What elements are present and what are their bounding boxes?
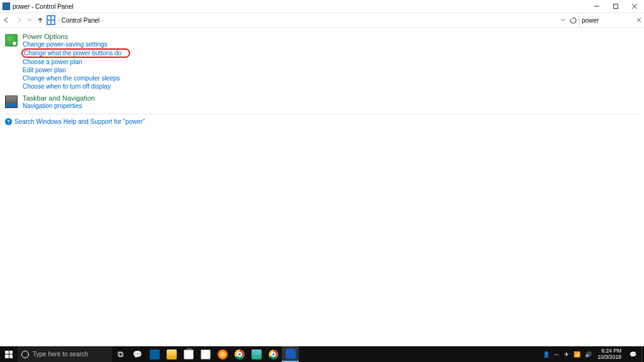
windows-logo-icon bbox=[5, 351, 13, 358]
history-dropdown[interactable] bbox=[25, 14, 34, 26]
taskbar-navigation-section: Taskbar and Navigation Navigation proper… bbox=[5, 94, 639, 110]
control-panel-path-icon bbox=[47, 16, 55, 25]
chrome-icon bbox=[235, 349, 245, 359]
taskbar-app-photos[interactable] bbox=[248, 346, 265, 362]
search-input[interactable] bbox=[579, 14, 634, 26]
photos-icon bbox=[252, 349, 262, 359]
start-button[interactable] bbox=[0, 346, 18, 362]
taskbar-search[interactable]: Type here to search bbox=[18, 346, 112, 362]
system-tray: 👤 ︿ ✈ 📶 🔊 bbox=[543, 346, 594, 362]
taskbar-spacer bbox=[299, 346, 543, 362]
address-dropdown[interactable] bbox=[558, 14, 567, 26]
up-arrow-icon bbox=[36, 16, 44, 24]
back-button[interactable] bbox=[0, 14, 13, 26]
clear-search-button[interactable] bbox=[634, 14, 644, 26]
taskbar-app-edge[interactable] bbox=[146, 346, 163, 362]
network-icon[interactable]: 📶 bbox=[574, 351, 580, 358]
minimize-button[interactable] bbox=[587, 0, 606, 13]
notification-icon: 💬 bbox=[630, 351, 636, 358]
chevron-down-icon bbox=[560, 18, 565, 23]
show-desktop-button[interactable] bbox=[641, 346, 644, 362]
people-icon[interactable]: 👤 bbox=[543, 351, 550, 358]
window-controls bbox=[587, 0, 644, 13]
breadcrumb-control-panel[interactable]: Control Panel bbox=[62, 17, 100, 24]
link-navigation-properties[interactable]: Navigation properties bbox=[23, 102, 82, 110]
close-button[interactable] bbox=[625, 0, 644, 13]
minimize-icon bbox=[594, 3, 600, 9]
taskbar-app-file-explorer[interactable] bbox=[163, 346, 180, 362]
maximize-button[interactable] bbox=[606, 0, 625, 13]
taskbar-search-placeholder: Type here to search bbox=[33, 351, 88, 358]
task-view-icon: ⧉ bbox=[118, 349, 123, 359]
taskbar-app-chrome-2[interactable] bbox=[265, 346, 282, 362]
taskbar-app-store[interactable] bbox=[180, 346, 197, 362]
edge-icon bbox=[150, 349, 160, 359]
taskbar-navigation-icon bbox=[5, 96, 18, 108]
taskbar-navigation-title[interactable]: Taskbar and Navigation bbox=[23, 94, 95, 102]
taskbar-clock[interactable]: 6:24 PM 10/3/2018 bbox=[594, 346, 625, 362]
link-choose-power-plan[interactable]: Choose a power plan bbox=[23, 58, 82, 66]
chevron-right-icon: › bbox=[101, 18, 103, 23]
taskbar-app-mail[interactable] bbox=[197, 346, 214, 362]
bluetooth-icon[interactable]: ✈ bbox=[564, 351, 569, 358]
x-icon bbox=[636, 18, 641, 23]
taskbar-app-chrome[interactable] bbox=[231, 346, 248, 362]
close-icon bbox=[631, 3, 638, 9]
chrome-icon bbox=[269, 349, 278, 359]
search-help-link[interactable]: ? Search Windows Help and Support for "p… bbox=[5, 118, 639, 125]
divider bbox=[5, 114, 639, 114]
task-view-button[interactable]: ⧉ bbox=[112, 346, 129, 362]
titlebar-left: power - Control Panel bbox=[0, 3, 74, 10]
speech-icon: 💬 bbox=[133, 349, 143, 359]
taskbar-app-cortana[interactable]: 💬 bbox=[129, 346, 146, 362]
window-titlebar: power - Control Panel bbox=[0, 0, 644, 13]
window-title: power - Control Panel bbox=[13, 3, 74, 10]
clock-time: 6:24 PM bbox=[597, 348, 621, 354]
svg-rect-1 bbox=[614, 4, 618, 9]
volume-icon[interactable]: 🔊 bbox=[585, 351, 592, 358]
firefox-icon bbox=[218, 349, 228, 359]
taskbar-app-control-panel[interactable] bbox=[282, 346, 299, 362]
up-button[interactable] bbox=[34, 14, 47, 26]
taskbar-app-firefox[interactable] bbox=[214, 346, 231, 362]
control-panel-icon bbox=[3, 3, 10, 10]
link-change-what-power-buttons-do[interactable]: Change what the power buttons do bbox=[21, 48, 130, 58]
tray-overflow-icon[interactable]: ︿ bbox=[554, 350, 560, 358]
breadcrumb[interactable]: › Control Panel › bbox=[55, 17, 103, 24]
maximize-icon bbox=[613, 3, 619, 9]
mail-icon bbox=[201, 349, 211, 359]
link-change-when-computer-sleeps[interactable]: Change when the computer sleeps bbox=[23, 74, 120, 82]
link-change-power-saving-settings[interactable]: Change power-saving settings bbox=[23, 40, 108, 48]
taskbar: Type here to search ⧉ 💬 👤 ︿ ✈ 📶 🔊 6:24 P… bbox=[0, 346, 644, 362]
refresh-icon bbox=[570, 17, 577, 24]
control-panel-taskbar-icon bbox=[286, 349, 296, 359]
link-choose-when-turn-off-display[interactable]: Choose when to turn off display bbox=[23, 82, 111, 90]
back-arrow-icon bbox=[3, 16, 10, 24]
search-results: Power Options Change power-saving settin… bbox=[0, 28, 644, 130]
address-bar: › Control Panel › bbox=[0, 13, 644, 28]
power-options-title[interactable]: Power Options bbox=[23, 33, 130, 40]
refresh-button[interactable] bbox=[567, 14, 579, 26]
help-icon: ? bbox=[5, 118, 12, 125]
chevron-down-icon bbox=[27, 18, 32, 23]
store-icon bbox=[184, 349, 194, 359]
power-options-icon bbox=[5, 34, 18, 47]
cortana-icon bbox=[21, 351, 29, 358]
forward-arrow-icon bbox=[15, 16, 23, 24]
chevron-right-icon: › bbox=[58, 18, 60, 23]
search-help-text: Search Windows Help and Support for "pow… bbox=[14, 118, 145, 125]
action-center-button[interactable]: 💬 bbox=[625, 346, 641, 362]
link-edit-power-plan[interactable]: Edit power plan bbox=[23, 66, 66, 74]
forward-button[interactable] bbox=[13, 14, 25, 26]
file-explorer-icon bbox=[167, 349, 177, 359]
power-options-section: Power Options Change power-saving settin… bbox=[5, 33, 639, 90]
clock-date: 10/3/2018 bbox=[597, 354, 621, 360]
